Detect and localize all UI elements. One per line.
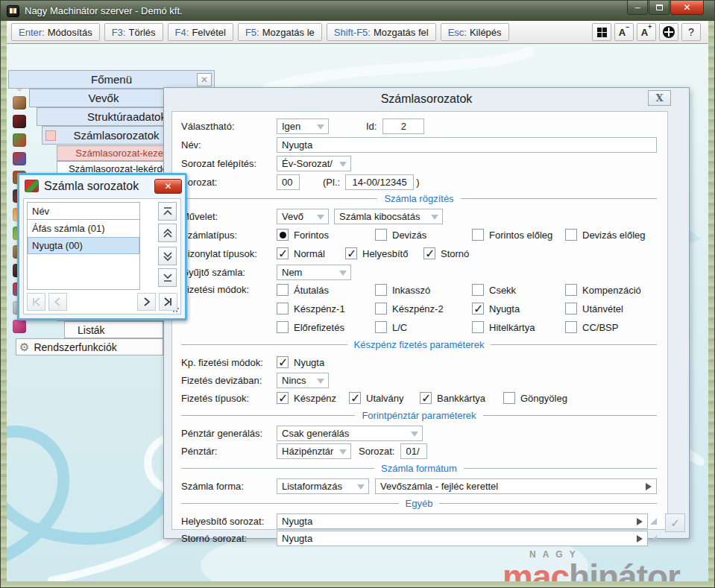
szamla-sorozatok-window: Számla sorozatok ✕ Név Áfás számla (01) …	[17, 173, 187, 320]
checkbox-icon	[503, 392, 515, 404]
checkbox-helyesbito[interactable]: Helyesbítő	[345, 247, 423, 259]
checkbox-devizas[interactable]: Devizás	[375, 227, 472, 243]
scroll-top-button[interactable]	[158, 202, 177, 221]
checkbox-gongyoleg[interactable]: Göngyöleg	[503, 392, 567, 404]
list-item-nyugta[interactable]: Nyugta (00)	[28, 237, 139, 254]
checkbox-icon	[565, 229, 577, 241]
penztar-dropdown[interactable]: Házipénztár	[277, 443, 351, 459]
toolbar-button-felvetel[interactable]: F4: Felvétel	[168, 23, 233, 41]
checkbox-utanvetel[interactable]: Utánvétel	[565, 300, 657, 317]
checkbox-forintos-eloleg[interactable]: Forintos előleg	[472, 227, 565, 243]
sorozat-felepites-dropdown[interactable]: Év-Sorozat/	[277, 156, 351, 171]
help-button[interactable]: ?	[681, 23, 701, 41]
checkbox-storno[interactable]: Stornó	[423, 247, 469, 259]
section-szamla-formatum: Számla formátum	[181, 461, 657, 475]
section-szamla-rogzites: Számla rögzítés	[181, 191, 657, 206]
menu-close-icon[interactable]: ✕	[197, 73, 212, 86]
checkbox-icon	[375, 284, 387, 296]
penztar-sorozat-field[interactable]: 01/	[400, 443, 427, 459]
checkbox-ccbsp[interactable]: CC/BSP	[565, 319, 657, 335]
menu-item-vevok[interactable]: Vevők	[29, 89, 178, 107]
menu-item-fomenu[interactable]: Főmenü ✕	[8, 70, 215, 89]
language-button[interactable]	[659, 23, 678, 41]
confirm-button[interactable]: ✓	[665, 513, 685, 532]
checkbox-kp-nyugta[interactable]: Nyugta	[277, 356, 324, 368]
checkbox-icon	[423, 247, 435, 259]
fizetes-devizaban-dropdown[interactable]: Nincs	[277, 373, 329, 388]
menu-icon-3[interactable]	[13, 115, 26, 128]
valaszthato-label: Választható:	[181, 121, 277, 132]
checkbox-utalvany[interactable]: Utalvány	[349, 392, 420, 404]
next-page-button[interactable]	[137, 293, 156, 311]
nev-field[interactable]: Nyugta	[277, 137, 657, 153]
checkbox-keszpenz[interactable]: Készpénz	[277, 392, 349, 404]
resize-grip[interactable]	[172, 306, 180, 313]
checkbox-lc[interactable]: L/C	[375, 319, 472, 335]
radio-forintos[interactable]: Forintos	[277, 227, 375, 243]
toolbar-button-torles[interactable]: F3: Törlés	[104, 23, 163, 41]
kp-fizetesi-label: Kp. fizetési módok:	[181, 357, 277, 368]
scroll-bottom-button[interactable]	[158, 268, 177, 287]
menu-icon-5[interactable]	[13, 152, 26, 165]
checkbox-nyugta[interactable]: Nyugta	[472, 300, 565, 317]
font-smaller-button[interactable]: A–	[614, 23, 634, 41]
close-button[interactable]: ✕	[670, 1, 704, 15]
checkbox-csekk[interactable]: Csekk	[472, 282, 565, 298]
app-icon	[7, 5, 19, 17]
radio-icon	[277, 229, 289, 241]
checkbox-inkasszo[interactable]: Inkasszó	[375, 282, 472, 298]
checkbox-bankkartya[interactable]: Bankkártya	[420, 392, 503, 404]
prev-page-button[interactable]	[48, 293, 67, 311]
checkbox-icon	[277, 321, 289, 333]
sorozat-field[interactable]: 00	[277, 174, 300, 190]
toolbar-button-modositas[interactable]: Enter: Módosítás	[11, 23, 100, 41]
toolbar-button-kilepes[interactable]: Esc: Kilépés	[441, 23, 509, 41]
pl-label: (Pl.:	[323, 177, 340, 188]
menu-item-listak[interactable]: Listák	[64, 321, 163, 338]
dialog-panel: Választható: Igen Id: 2 Név: Nyugta Soro…	[171, 111, 668, 530]
muvelet-dropdown-2[interactable]: Számla kibocsátás	[334, 209, 443, 224]
helyesbito-sorozat-picker[interactable]: Nyugta	[277, 513, 648, 529]
storno-sorozat-picker[interactable]: Nyugta	[277, 531, 648, 546]
brand-logo: NAGY machinátor	[503, 549, 680, 581]
menu-item-rendszerfunkciok[interactable]: ⚙ Rendszerfunkciók	[16, 338, 163, 355]
fizetes-tipusok-label: Fizetés típusok:	[181, 393, 277, 404]
id-field[interactable]: 2	[382, 118, 424, 134]
layout-grid-button[interactable]	[592, 23, 611, 41]
szamla-forma-picker[interactable]: Vevőszámla - fejléc kerettel	[375, 478, 657, 494]
valaszthato-dropdown[interactable]: Igen	[277, 118, 329, 134]
menu-icon-4[interactable]	[13, 133, 26, 147]
checkbox-keszpenz-2[interactable]: Készpénz-2	[375, 300, 472, 317]
toolbar-button-mozgatas-le[interactable]: F5: Mozgatás le	[238, 23, 322, 41]
checkbox-elorefizetes[interactable]: Előrefizetés	[277, 319, 375, 335]
checkbox-hitelkartya[interactable]: Hitelkártya	[472, 319, 565, 335]
pl-field[interactable]: 14-00/12345	[345, 174, 414, 190]
szamla-forma-dropdown[interactable]: Listaformázás	[277, 478, 369, 494]
checkbox-devizas-eloleg[interactable]: Devizás előleg	[565, 227, 657, 243]
checkbox-icon	[565, 303, 577, 314]
checkbox-keszpenz-1[interactable]: Készpénz-1	[277, 300, 375, 317]
checkbox-kompenzacio[interactable]: Kompenzáció	[565, 282, 657, 298]
menu-icon-2[interactable]	[13, 96, 26, 110]
penztar-generalas-dropdown[interactable]: Csak generálás	[277, 426, 423, 441]
muvelet-dropdown-1[interactable]: Vevő	[277, 209, 329, 224]
maximize-button[interactable]	[649, 1, 670, 15]
first-page-button[interactable]	[27, 293, 45, 311]
list-window-titlebar[interactable]: Számla sorozatok ✕	[19, 175, 185, 197]
toolbar-button-mozgatas-fel[interactable]: Shift-F5: Mozgatás fel	[327, 23, 436, 41]
menu-icon-14[interactable]	[13, 320, 26, 333]
scroll-page-down-button[interactable]	[158, 247, 177, 265]
checkbox-atutalas[interactable]: Átutalás	[277, 282, 375, 298]
gyujto-dropdown[interactable]: Nem	[277, 265, 351, 280]
pl-paren: )	[416, 177, 419, 188]
checkbox-icon	[349, 392, 361, 404]
titlebar: Nagy Machinátor szerver - Demó kft.	[1, 1, 714, 21]
font-larger-button[interactable]: A+	[637, 23, 656, 41]
list-item-afas-szamla[interactable]: Áfás számla (01)	[28, 220, 139, 237]
minimize-button[interactable]: ─	[627, 1, 648, 15]
list-window-close-button[interactable]: ✕	[154, 179, 182, 194]
checkbox-normal[interactable]: Normál	[277, 247, 345, 259]
scroll-page-up-button[interactable]	[158, 224, 177, 242]
dialog-close-button[interactable]: X	[648, 90, 671, 106]
dialog-title: Számlasorozatok	[164, 92, 689, 106]
